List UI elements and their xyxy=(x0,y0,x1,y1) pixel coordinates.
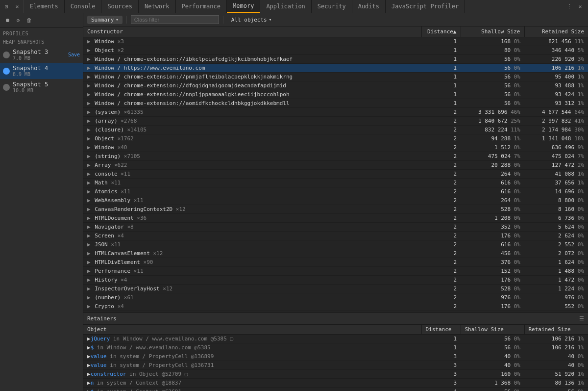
expand-arrow-23[interactable]: ▶ xyxy=(87,241,91,248)
tab-memory[interactable]: Memory xyxy=(227,0,260,13)
table-row[interactable]: ▶ Window / https://www.evemilano.com 1 5… xyxy=(83,64,588,73)
table-row[interactable]: ▶ (string) ×7105 2 475 024 7% 475 024 7% xyxy=(83,152,588,161)
retainer-row[interactable]: ▶constructor in Object @52709 ▢ 3 160 0%… xyxy=(83,370,588,379)
ret-expand-2[interactable]: ▶ xyxy=(87,353,91,360)
ret-expand-3[interactable]: ▶ xyxy=(87,362,91,368)
expand-arrow-8[interactable]: ▶ xyxy=(87,109,91,115)
settings-icon[interactable]: ✕ xyxy=(576,2,584,10)
expand-arrow-6[interactable]: ▶ xyxy=(87,91,91,98)
tab-audits[interactable]: Audits xyxy=(352,0,386,13)
table-row[interactable]: ▶ Window / chrome-extension://nnpljppamo… xyxy=(83,90,588,99)
tab-javascript-profiler[interactable]: JavaScript Profiler xyxy=(386,0,465,13)
table-row[interactable]: ▶ Window / chrome-extension://pnmjaflnei… xyxy=(83,73,588,81)
th-retained-size[interactable]: Retained Size xyxy=(524,26,588,37)
expand-arrow-12[interactable]: ▶ xyxy=(87,144,91,151)
table-row[interactable]: ▶ Array ×622 2 20 288 0% 127 472 2% xyxy=(83,161,588,170)
tab-application[interactable]: Application xyxy=(260,0,311,13)
table-row[interactable]: ▶ Window / chrome-extension://ibkclpciaf… xyxy=(83,55,588,64)
dock-icon[interactable]: ⊡ xyxy=(2,2,11,11)
ret-th-object[interactable]: Object xyxy=(83,325,421,335)
table-row[interactable]: ▶ (system) ×61335 2 3 331 696 46% 4 677 … xyxy=(83,108,588,117)
table-row[interactable]: ▶ HTMLDocument ×36 2 1 208 0% 6 736 0% xyxy=(83,214,588,223)
expand-arrow-30[interactable]: ▶ xyxy=(87,303,91,310)
ret-th-shallow[interactable]: Shallow Size xyxy=(461,325,524,335)
expand-arrow-24[interactable]: ▶ xyxy=(87,250,91,257)
table-row[interactable]: ▶ Window ×40 2 1 512 0% 636 496 9% xyxy=(83,143,588,152)
ret-expand-0[interactable]: ▶ xyxy=(87,336,91,342)
expand-arrow-13[interactable]: ▶ xyxy=(87,153,91,159)
table-row[interactable]: ▶ (number) ×61 2 976 0% 976 0% xyxy=(83,293,588,302)
tab-security[interactable]: Security xyxy=(312,0,352,13)
table-row[interactable]: ▶ JSON ×11 2 616 0% 2 552 0% xyxy=(83,240,588,249)
expand-arrow-20[interactable]: ▶ xyxy=(87,215,91,221)
tab-network[interactable]: Network xyxy=(139,0,176,13)
expand-arrow-21[interactable]: ▶ xyxy=(87,224,91,230)
table-row[interactable]: ▶ Atomics ×11 2 616 0% 14 696 0% xyxy=(83,187,588,196)
retainer-row[interactable]: ▶value in system / PropertyCell @136731 … xyxy=(83,361,588,370)
expand-arrow-11[interactable]: ▶ xyxy=(87,135,91,142)
table-row[interactable]: ▶ HTMLCanvasElement ×12 2 456 0% 2 072 0… xyxy=(83,249,588,258)
ret-expand-4[interactable]: ▶ xyxy=(87,371,91,377)
th-distance[interactable]: Distance▲ xyxy=(421,26,461,37)
ret-expand-6[interactable]: ▶ xyxy=(87,389,91,391)
retainers-menu-icon[interactable]: ☰ xyxy=(579,315,584,322)
inspect-icon[interactable]: ✕ xyxy=(13,2,22,11)
expand-arrow-18[interactable]: ▶ xyxy=(87,197,91,204)
expand-arrow-10[interactable]: ▶ xyxy=(87,127,91,133)
table-row[interactable]: ▶ Math ×11 2 616 0% 37 656 1% xyxy=(83,179,588,187)
delete-icon[interactable]: 🗑 xyxy=(24,16,33,25)
retainer-row[interactable]: ▶$ in Window / www.evemilano.com @5385 1… xyxy=(83,343,588,352)
expand-arrow-15[interactable]: ▶ xyxy=(87,171,91,177)
class-filter-input[interactable] xyxy=(131,15,219,24)
ret-expand-5[interactable]: ▶ xyxy=(87,380,91,386)
table-row[interactable]: ▶ Window / chrome-extension://dfogidghai… xyxy=(83,81,588,90)
table-row[interactable]: ▶ Object ×2 1 80 0% 346 440 5% xyxy=(83,46,588,55)
expand-arrow-14[interactable]: ▶ xyxy=(87,162,91,168)
expand-arrow-17[interactable]: ▶ xyxy=(87,188,91,195)
table-row[interactable]: ▶ console ×11 2 264 0% 41 088 1% xyxy=(83,170,588,179)
expand-arrow-25[interactable]: ▶ xyxy=(87,259,91,265)
table-row[interactable]: ▶ Object ×1762 2 94 288 1% 1 341 048 18% xyxy=(83,134,588,143)
th-constructor[interactable]: Constructor xyxy=(83,26,421,37)
table-row[interactable]: ▶ Window / chrome-extension://aomidfkcho… xyxy=(83,99,588,108)
expand-arrow-28[interactable]: ▶ xyxy=(87,286,91,292)
tab-performance[interactable]: Performance xyxy=(176,0,227,13)
expand-arrow-7[interactable]: ▶ xyxy=(87,100,91,106)
table-row[interactable]: ▶ Crypto ×4 2 176 0% 552 0% xyxy=(83,302,588,311)
ret-expand-1[interactable]: ▶ xyxy=(87,344,91,351)
table-row[interactable]: ▶ Window ×3 1 168 0% 821 456 11% xyxy=(83,37,588,46)
expand-arrow-0[interactable]: ▶ xyxy=(87,38,91,45)
table-row[interactable]: ▶ CanvasRenderingContext2D ×12 2 528 0% … xyxy=(83,205,588,214)
table-row[interactable]: ▶ WebAssembly ×11 2 264 0% 8 800 0% xyxy=(83,196,588,205)
table-row[interactable]: ▶ (array) ×2768 2 1 840 672 25% 2 997 83… xyxy=(83,117,588,126)
all-objects-btn[interactable]: All objects ▾ xyxy=(227,16,275,24)
table-row[interactable]: ▶ Performance ×11 2 152 0% 1 488 0% xyxy=(83,267,588,276)
retainer-row[interactable]: ▶$ in system / Context @62691 4 56 0% 56… xyxy=(83,388,588,391)
snapshot-save-3[interactable]: Save xyxy=(68,52,80,57)
tab-sources[interactable]: Sources xyxy=(101,0,139,13)
snapshot-item-3[interactable]: Snapshot 3 7.0 MB Save xyxy=(0,47,83,63)
expand-arrow-3[interactable]: ▶ xyxy=(87,65,91,71)
ret-th-retained[interactable]: Retained Size xyxy=(524,325,588,335)
retainer-row[interactable]: ▶value in system / PropertyCell @136899 … xyxy=(83,352,588,361)
main-table-container[interactable]: Constructor Distance▲ Shallow Size Retai… xyxy=(83,26,588,313)
expand-arrow-4[interactable]: ▶ xyxy=(87,74,91,80)
table-row[interactable]: ▶ Screen ×4 2 176 0% 2 624 0% xyxy=(83,232,588,240)
record-icon[interactable]: ⏺ xyxy=(3,16,12,25)
retainer-row[interactable]: ▶n in system / Context @18837 3 1 368 0%… xyxy=(83,379,588,388)
expand-arrow-2[interactable]: ▶ xyxy=(87,56,91,62)
expand-arrow-29[interactable]: ▶ xyxy=(87,294,91,301)
expand-arrow-19[interactable]: ▶ xyxy=(87,206,91,212)
retainer-row[interactable]: ▶jQuery in Window / www.evemilano.com @5… xyxy=(83,335,588,343)
expand-arrow-1[interactable]: ▶ xyxy=(87,47,91,53)
expand-arrow-9[interactable]: ▶ xyxy=(87,118,91,124)
expand-arrow-26[interactable]: ▶ xyxy=(87,268,91,274)
th-shallow-size[interactable]: Shallow Size xyxy=(461,26,524,37)
expand-arrow-22[interactable]: ▶ xyxy=(87,233,91,239)
expand-arrow-16[interactable]: ▶ xyxy=(87,180,91,186)
table-row[interactable]: ▶ HTMLDivElement ×90 2 376 0% 1 624 0% xyxy=(83,258,588,267)
clear-icon[interactable]: ⊘ xyxy=(14,16,23,25)
table-row[interactable]: ▶ Navigator ×8 2 352 0% 5 624 0% xyxy=(83,223,588,232)
tab-elements[interactable]: Elements xyxy=(24,0,65,13)
table-row[interactable]: ▶ (closure) ×14105 2 832 224 11% 2 174 9… xyxy=(83,126,588,134)
